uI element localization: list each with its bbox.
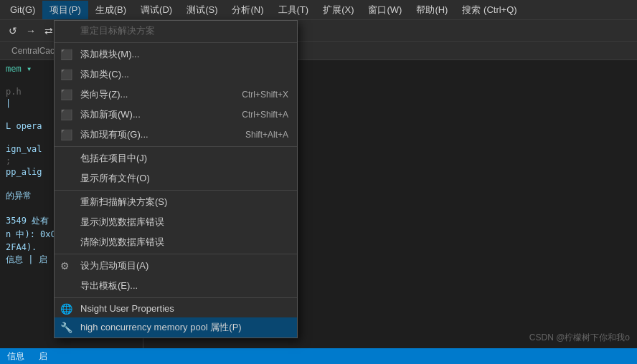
- dropdown-item-show-db-errors[interactable]: 显示浏览数据库错误: [55, 212, 297, 232]
- toolbar-refresh-btn[interactable]: ↺: [6, 24, 20, 38]
- bottom-info: 信息: [7, 350, 24, 363]
- export-template-label: 导出模板(E)...: [80, 279, 138, 292]
- menu-analyze[interactable]: 分析(N): [225, 1, 270, 19]
- bottom-bar: 信息 启: [0, 348, 637, 364]
- menu-extensions[interactable]: 扩展(X): [316, 1, 361, 19]
- show-db-errors-label: 显示浏览数据库错误: [80, 216, 164, 229]
- dropdown-item-add-new[interactable]: ⬛ 添加新项(W)... Ctrl+Shift+A: [55, 105, 297, 125]
- dropdown-item-clear-db-errors[interactable]: 清除浏览数据库错误: [55, 232, 297, 252]
- dropdown-separator: [55, 146, 297, 147]
- menu-git[interactable]: Git(G): [3, 1, 42, 18]
- set-startup-label: 设为启动项目(A): [80, 259, 148, 272]
- menu-search[interactable]: 搜索 (Ctrl+Q): [455, 1, 524, 19]
- nsight-label: Nsight User Properties: [80, 303, 174, 314]
- bottom-start: 启: [39, 350, 47, 363]
- menu-bar: Git(G) 项目(P) 生成(B) 调试(D) 测试(S) 分析(N) 工具(…: [0, 0, 637, 20]
- add-module-label: 添加模块(M)...: [80, 48, 139, 61]
- menu-debug[interactable]: 调试(D): [133, 1, 179, 19]
- dropdown-item-retarget[interactable]: 重定目标解决方案: [55, 21, 297, 41]
- class-wizard-label: 类向导(Z)...: [80, 88, 128, 101]
- add-existing-label: 添加现有项(G)...: [80, 128, 148, 141]
- dropdown-item-set-startup[interactable]: ⚙ 设为启动项目(A): [55, 256, 297, 276]
- dropdown-separator: [55, 297, 297, 298]
- nsight-icon: 🌐: [60, 303, 72, 315]
- add-class-label: 添加类(C)...: [80, 68, 129, 81]
- dropdown-separator: [55, 254, 297, 254]
- set-startup-icon: ⚙: [60, 260, 70, 272]
- add-existing-icon: ⬛: [60, 129, 72, 140]
- watermark: CSDN @柠檬树下你和我o: [529, 332, 630, 344]
- show-all-label: 显示所有文件(O): [80, 172, 150, 185]
- add-new-icon: ⬛: [60, 109, 72, 120]
- class-wizard-shortcut: Ctrl+Shift+X: [213, 90, 288, 100]
- add-new-shortcut: Ctrl+Shift+A: [213, 110, 288, 120]
- menu-build[interactable]: 生成(B): [88, 1, 133, 19]
- dropdown-item-properties[interactable]: 🔧 high concurrency memory pool 属性(P): [55, 317, 297, 337]
- dropdown-separator: [55, 42, 297, 43]
- dropdown-item-add-existing[interactable]: ⬛ 添加现有项(G)... Shift+Alt+A: [55, 125, 297, 145]
- dropdown-item-nsight[interactable]: 🌐 Nsight User Properties: [55, 300, 297, 317]
- dropdown-item-export-template[interactable]: 导出模板(E)...: [55, 276, 297, 296]
- dropdown-item-add-module[interactable]: ⬛ 添加模块(M)...: [55, 44, 297, 64]
- menu-project[interactable]: 项目(P): [42, 1, 88, 19]
- project-dropdown-menu: 重定目标解决方案 ⬛ 添加模块(M)... ⬛ 添加类(C)... ⬛ 类向导(…: [54, 20, 298, 338]
- class-wizard-icon: ⬛: [60, 89, 72, 100]
- rescan-label: 重新扫描解决方案(S): [80, 196, 167, 209]
- menu-tools[interactable]: 工具(T): [271, 1, 316, 19]
- properties-label: high concurrency memory pool 属性(P): [80, 321, 242, 334]
- dropdown-separator: [55, 190, 297, 191]
- include-label: 包括在项目中(J): [80, 152, 147, 165]
- dropdown-item-rescan[interactable]: 重新扫描解决方案(S): [55, 192, 297, 212]
- dropdown-item-show-all[interactable]: 显示所有文件(O): [55, 168, 297, 188]
- properties-icon: 🔧: [60, 322, 72, 333]
- toolbar-forward-btn[interactable]: →: [23, 24, 39, 38]
- dropdown-item-class-wizard[interactable]: ⬛ 类向导(Z)... Ctrl+Shift+X: [55, 85, 297, 105]
- menu-help[interactable]: 帮助(H): [409, 1, 455, 19]
- retarget-label: 重定目标解决方案: [80, 24, 155, 37]
- add-module-icon: ⬛: [60, 49, 72, 60]
- add-existing-shortcut: Shift+Alt+A: [217, 130, 288, 140]
- add-new-label: 添加新项(W)...: [80, 108, 141, 121]
- clear-db-errors-label: 清除浏览数据库错误: [80, 236, 164, 249]
- dropdown-item-add-class[interactable]: ⬛ 添加类(C)...: [55, 64, 297, 85]
- add-class-icon: ⬛: [60, 69, 72, 80]
- dropdown-item-include[interactable]: 包括在项目中(J): [55, 148, 297, 168]
- menu-window[interactable]: 窗口(W): [361, 1, 409, 19]
- menu-test[interactable]: 测试(S): [179, 1, 225, 19]
